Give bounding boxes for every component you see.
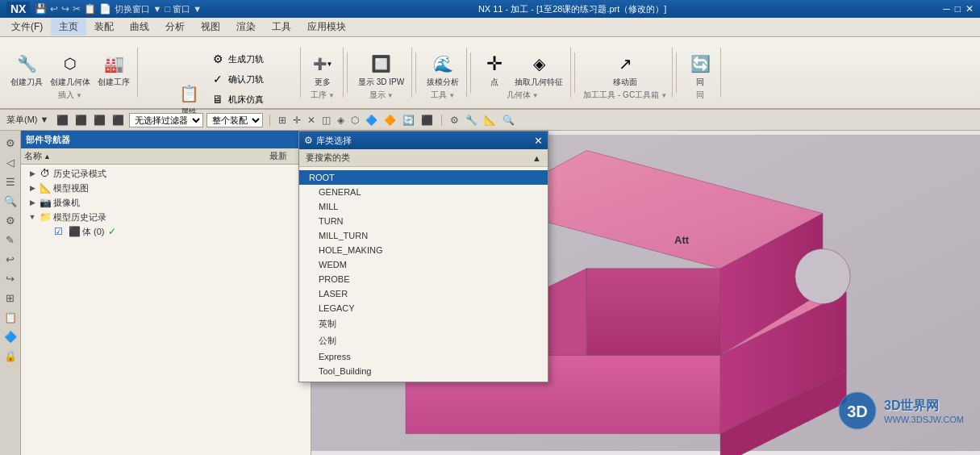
- gen-toolpath-btn[interactable]: ⚙ 生成刀轨: [206, 49, 266, 69]
- stb-icon4[interactable]: ⬛: [111, 115, 126, 126]
- section-collapse-icon[interactable]: ▲: [532, 153, 541, 163]
- tree-item-model-history[interactable]: ▼ 📁 模型历史记录: [21, 210, 311, 224]
- move-face-btn[interactable]: ↗ 移动面: [610, 49, 640, 90]
- paste-icon[interactable]: 📄: [99, 3, 111, 15]
- stb-btn13[interactable]: 📐: [482, 115, 498, 126]
- close-btn[interactable]: ✕: [965, 3, 974, 15]
- maximize-btn[interactable]: □: [955, 3, 961, 15]
- lib-item-mill-turn[interactable]: MILL_TURN: [299, 228, 548, 243]
- create-geometry-btn[interactable]: ⬡ 创建几何体: [48, 49, 93, 90]
- left-icon-undo[interactable]: ↩: [2, 250, 19, 268]
- lib-item-probe[interactable]: PROBE: [299, 272, 548, 286]
- minimize-btn[interactable]: ─: [943, 3, 950, 15]
- menu-file[interactable]: 文件(F): [3, 19, 51, 35]
- redo-icon[interactable]: ↪: [61, 3, 69, 15]
- stb-btn11[interactable]: ⚙: [448, 115, 461, 126]
- menu-home[interactable]: 主页: [51, 19, 86, 35]
- stb-btn4[interactable]: ◫: [320, 115, 332, 126]
- stb-btn3[interactable]: ✕: [306, 115, 317, 126]
- more-group-label[interactable]: 工序 ▼: [307, 90, 338, 101]
- left-icon-edit[interactable]: ✎: [2, 231, 19, 248]
- left-icon-grid[interactable]: ⊞: [2, 289, 19, 307]
- more-btn[interactable]: ➕▼ 更多: [307, 49, 338, 90]
- col-name[interactable]: 名称 ▲: [24, 150, 262, 162]
- tool-group-label[interactable]: 工具 ▼: [424, 90, 461, 101]
- menu-render[interactable]: 渲染: [228, 19, 264, 35]
- cut-icon[interactable]: ✂: [73, 3, 81, 15]
- lib-item-mill[interactable]: MILL: [299, 199, 548, 214]
- stb-btn7[interactable]: 🔷: [364, 115, 379, 126]
- insert-group-label[interactable]: 插入 ▼: [8, 90, 132, 101]
- stb-btn5[interactable]: ◈: [336, 115, 346, 126]
- display-group-label[interactable]: 显示 ▼: [356, 90, 407, 101]
- left-icon-config[interactable]: ⚙: [2, 211, 19, 229]
- tree-item-camera[interactable]: ▶ 📷 摄像机: [21, 195, 311, 210]
- machine-sim-btn[interactable]: 🖥 机床仿真: [206, 90, 266, 109]
- lib-item-wedm[interactable]: WEDM: [299, 257, 548, 272]
- copy-icon[interactable]: 📋: [84, 3, 96, 15]
- left-icon-search[interactable]: 🔍: [2, 192, 19, 210]
- lib-item-laser[interactable]: LASER: [299, 286, 548, 301]
- create-operation-btn[interactable]: 🏭 创建工序: [95, 49, 132, 90]
- tree-item-history-mode[interactable]: ▶ ⏱ 历史记录模式: [21, 166, 311, 181]
- save-icon[interactable]: 💾: [35, 3, 47, 15]
- extract-geometry-btn[interactable]: ◈ 抽取几何特征: [512, 49, 565, 90]
- verify-toolpath-btn[interactable]: ✓ 确认刀轨: [206, 69, 266, 89]
- gc-dropdown-arrow: ▼: [661, 92, 667, 99]
- assembly-select[interactable]: 整个装配: [206, 113, 263, 127]
- lib-item-tool-building[interactable]: Tool_Building: [299, 364, 548, 378]
- tree-item-model-views[interactable]: ▶ 📐 模型视图: [21, 181, 311, 195]
- part-nav-title: 部件导航器: [26, 134, 70, 146]
- left-icon-list[interactable]: 📋: [2, 308, 19, 326]
- insert-buttons: 🔧 创建刀具 ⬡ 创建几何体 🏭 创建工序: [8, 49, 132, 90]
- switch-window-btn[interactable]: 切换窗口 ▼: [115, 3, 161, 15]
- menu-modules[interactable]: 应用模块: [299, 19, 354, 35]
- window-menu-btn[interactable]: □ 窗口 ▼: [165, 3, 202, 15]
- nx-logo: NX: [6, 2, 30, 16]
- stb-btn10[interactable]: ⬛: [419, 115, 435, 126]
- point-btn[interactable]: ✛ 点: [479, 49, 510, 90]
- left-icon-menu[interactable]: ☰: [2, 173, 19, 190]
- lib-item-root[interactable]: ROOT: [299, 170, 548, 185]
- left-icon-diamond[interactable]: 🔷: [2, 328, 19, 345]
- menu-view[interactable]: 视图: [193, 19, 228, 35]
- left-icon-lock[interactable]: 🔒: [2, 347, 19, 365]
- stb-btn1[interactable]: ⊞: [277, 115, 288, 126]
- left-icon-arrow[interactable]: ◁: [2, 153, 19, 171]
- lib-item-metric[interactable]: 公制: [299, 332, 548, 349]
- draft-analysis-btn[interactable]: 🌊 拔模分析: [424, 49, 461, 90]
- stb-btn8[interactable]: 🔶: [382, 115, 398, 126]
- col-recent[interactable]: 最新: [262, 150, 294, 162]
- stb-btn9[interactable]: 🔄: [401, 115, 416, 126]
- stb-btn6[interactable]: ⬡: [349, 115, 361, 126]
- stb-icon3[interactable]: ⬛: [92, 115, 107, 126]
- stb-icon1[interactable]: ⬛: [55, 115, 70, 126]
- lib-item-legacy[interactable]: LEGACY: [299, 301, 548, 315]
- stb-icon2[interactable]: ⬛: [73, 115, 89, 126]
- lib-item-express[interactable]: Express: [299, 349, 548, 364]
- lib-item-imperial[interactable]: 英制: [299, 315, 548, 332]
- lib-item-general[interactable]: GENERAL: [299, 185, 548, 199]
- create-tool-btn[interactable]: 🔧 创建刀具: [8, 49, 45, 90]
- menu-assembly[interactable]: 装配: [86, 19, 122, 35]
- left-icon-settings[interactable]: ⚙: [2, 134, 19, 152]
- stb-btn12[interactable]: 🔧: [464, 115, 479, 126]
- lib-item-hole-making[interactable]: HOLE_MAKING: [299, 243, 548, 257]
- show-3d-ipw-btn[interactable]: 🔲 显示 3D IPW: [356, 49, 407, 90]
- same-btn[interactable]: 🔄 同: [685, 49, 715, 90]
- lib-item-turn[interactable]: TURN: [299, 214, 548, 228]
- menu-tools[interactable]: 工具: [264, 19, 299, 35]
- menu-curve[interactable]: 曲线: [122, 19, 157, 35]
- undo-icon[interactable]: ↩: [50, 3, 58, 15]
- tree-item-body[interactable]: ☑ ⬛ 体 (0) ✓: [21, 224, 311, 239]
- dlg-close-btn[interactable]: ✕: [534, 135, 543, 147]
- filter-select[interactable]: 无选择过滤器: [129, 113, 203, 127]
- gc-group-label[interactable]: 加工工具 - GC工具箱 ▼: [583, 90, 667, 101]
- same-group-label[interactable]: 同: [685, 90, 715, 101]
- menu-analysis[interactable]: 分析: [157, 19, 193, 35]
- left-icon-redo[interactable]: ↪: [2, 269, 19, 287]
- menu-label[interactable]: 菜单(M) ▼: [3, 113, 52, 127]
- stb-btn14[interactable]: 🔍: [501, 115, 516, 126]
- stb-btn2[interactable]: ✛: [291, 115, 302, 126]
- geometry-group-label[interactable]: 几何体 ▼: [479, 90, 565, 101]
